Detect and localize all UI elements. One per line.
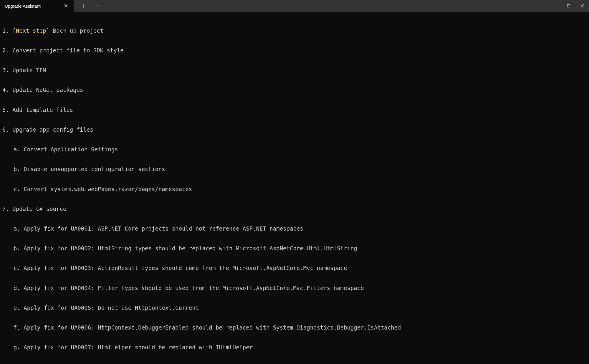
step-7c: c. Apply fix for UA0003: ActionResult ty… <box>2 265 587 271</box>
step-6b: b. Disable unsupported configuration sec… <box>2 166 587 172</box>
step-6c: c. Convert system.web.webPages.razor/pag… <box>2 186 587 192</box>
maximize-button[interactable] <box>562 0 575 12</box>
tab-dropdown-icon[interactable] <box>91 4 105 8</box>
minimize-button[interactable] <box>548 0 562 12</box>
svg-rect-0 <box>568 5 570 7</box>
step-7d: d. Apply fix for UA0004: Filter types sh… <box>2 285 587 291</box>
tab-title: Upgrade Assistant <box>5 4 41 9</box>
window-controls <box>548 0 589 12</box>
step-5: 5. Add template files <box>2 107 587 113</box>
step-7g: g. Apply fix for UA0007: HtmlHelper shou… <box>2 344 587 350</box>
step-3: 3. Update TFM <box>2 67 587 73</box>
step-7e: e. Apply fix for UA0005: Do not use Http… <box>2 305 587 311</box>
step-7f: f. Apply fix for UA0006: HttpContext.Deb… <box>2 324 587 331</box>
step-4: 4. Update NuGet packages <box>2 87 587 93</box>
step-7a: a. Apply fix for UA0001: ASP.NET Core pr… <box>2 225 587 232</box>
terminal-output[interactable]: 1. [Next step] Back up project 2. Conver… <box>0 12 589 364</box>
new-tab-button[interactable] <box>77 4 90 8</box>
close-tab-icon[interactable] <box>62 3 70 9</box>
close-window-button[interactable] <box>575 0 589 12</box>
tab-controls <box>74 0 105 12</box>
step-2: 2. Convert project file to SDK style <box>2 47 587 54</box>
step-1: 1. [Next step] Back up project <box>2 27 587 34</box>
step-7b: b. Apply fix for UA0002: HtmlString type… <box>2 245 587 252</box>
step-6: 6. Upgrade app config files <box>2 126 587 133</box>
tab-active[interactable]: Upgrade Assistant <box>0 0 74 12</box>
step-6a: a. Convert Application Settings <box>2 146 587 153</box>
titlebar: Upgrade Assistant <box>0 0 589 12</box>
step-7: 7. Update C# source <box>2 206 587 212</box>
